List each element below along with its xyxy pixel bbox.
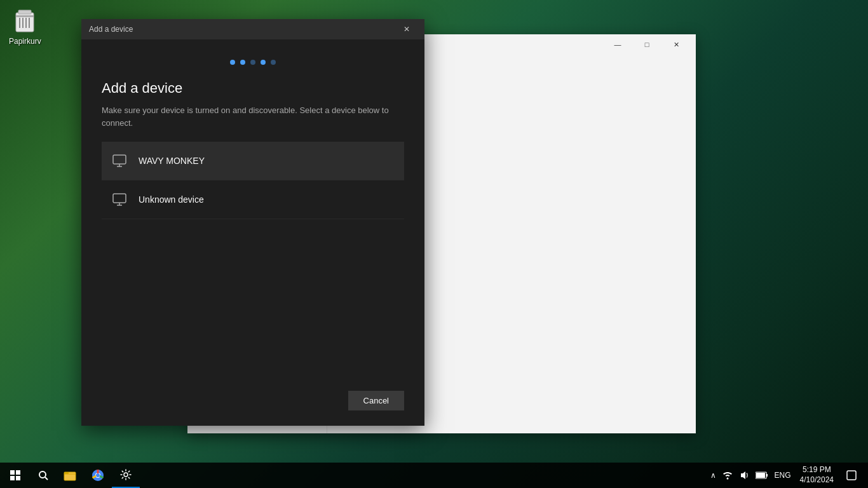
cancel-button[interactable]: Cancel: [348, 391, 404, 410]
svg-point-19: [96, 473, 100, 477]
chrome-button[interactable]: [84, 463, 112, 488]
chevron-icon: ∧: [710, 471, 716, 480]
dialog-footer: Cancel: [102, 386, 404, 410]
dialog-content: Add a device Make sure your device is tu…: [81, 39, 424, 426]
system-clock[interactable]: 5:19 PM 4/10/2024: [795, 465, 839, 485]
spinner-dot-4: [261, 60, 266, 65]
device-monitor-icon-2: [109, 189, 130, 210]
windows-logo-icon: [10, 470, 20, 480]
svg-rect-16: [64, 472, 69, 474]
recycle-bin-icon[interactable]: Papirkurv: [6, 6, 44, 48]
loading-spinner: [102, 60, 404, 65]
svg-point-20: [124, 473, 128, 477]
device-list: WAVY MONKEY Unknown device: [102, 142, 404, 376]
file-explorer-button[interactable]: [56, 463, 84, 488]
taskbar-system-tray: ∧: [708, 463, 868, 488]
dialog-titlebar: Add a device ✕: [81, 19, 424, 39]
volume-icon[interactable]: [736, 463, 752, 488]
close-button[interactable]: ✕: [661, 34, 691, 55]
dialog-title: Add a device: [89, 25, 397, 34]
dialog-heading: Add a device: [102, 80, 404, 97]
device-item-wavy-monkey[interactable]: WAVY MONKEY: [102, 142, 404, 180]
recycle-bin-image: [12, 9, 37, 34]
svg-rect-6: [16, 15, 34, 17]
clock-date: 4/10/2024: [800, 475, 834, 485]
svg-rect-1: [18, 10, 31, 14]
device-name-2: Unknown device: [139, 194, 204, 205]
svg-rect-25: [847, 471, 856, 480]
spinner-dot-2: [240, 60, 245, 65]
taskbar: ∧: [0, 463, 868, 488]
spinner-dot-5: [271, 60, 276, 65]
add-device-dialog: Add a device ✕ Add a device Make sure yo…: [81, 19, 424, 426]
device-monitor-icon-1: [109, 151, 130, 171]
language-indicator[interactable]: ENG: [772, 463, 794, 488]
svg-point-21: [726, 478, 728, 480]
start-button[interactable]: [0, 463, 31, 488]
dialog-description: Make sure your device is turned on and d…: [102, 104, 404, 129]
recycle-bin-label: Papirkurv: [9, 37, 41, 46]
desktop: Papirkurv Settings — □ ✕ ← Settings Devi…: [0, 0, 868, 488]
network-icon[interactable]: [720, 463, 735, 488]
spinner-dot-3: [250, 60, 255, 65]
svg-rect-10: [113, 194, 126, 203]
notification-center-button[interactable]: [840, 463, 863, 488]
battery-icon[interactable]: [753, 463, 771, 488]
maximize-button[interactable]: □: [632, 34, 661, 55]
svg-rect-24: [756, 473, 765, 478]
svg-rect-23: [766, 474, 768, 477]
spinner-dot-1: [230, 60, 235, 65]
settings-taskbar-button[interactable]: [112, 463, 140, 488]
clock-time: 5:19 PM: [803, 465, 831, 475]
show-hidden-icons-button[interactable]: ∧: [708, 463, 719, 488]
device-item-unknown[interactable]: Unknown device: [102, 180, 404, 219]
svg-line-14: [45, 477, 48, 480]
language-text: ENG: [775, 471, 791, 480]
svg-point-13: [39, 471, 46, 478]
dialog-close-button[interactable]: ✕: [397, 20, 417, 38]
device-name-1: WAVY MONKEY: [139, 156, 205, 166]
taskbar-search-button[interactable]: [31, 463, 56, 488]
minimize-button[interactable]: —: [603, 34, 632, 55]
svg-rect-7: [113, 155, 126, 164]
